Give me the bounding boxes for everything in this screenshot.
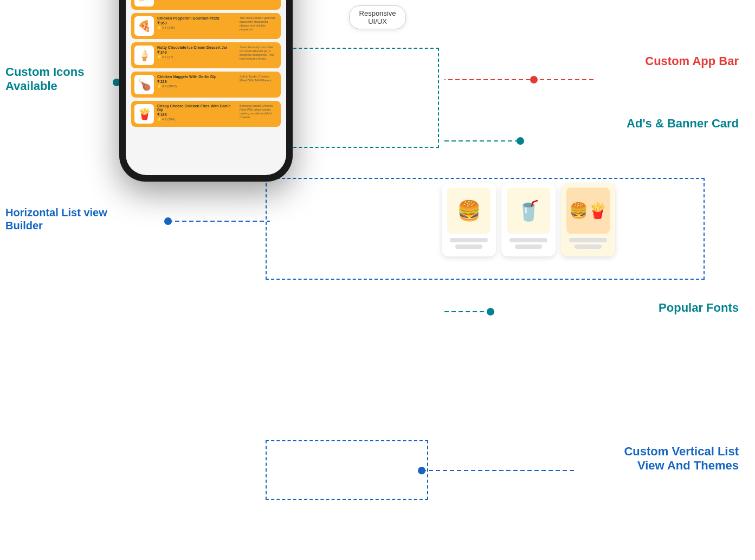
nuggets-name: Chicken Nuggets With Garlic Dip [157, 75, 236, 79]
icecream-desc: Savor the nutty chocolate ice cream dess… [240, 46, 278, 61]
annotation-ads-banner: Ad's & Banner Card [627, 117, 739, 131]
svg-point-4 [517, 137, 524, 145]
phone-frame: 🔍 Your Logo 👤 Your Logo Fast·Food Tasty … [119, 0, 293, 182]
svg-point-10 [418, 467, 425, 474]
badge-line2: UI/UX [368, 17, 387, 25]
cfries-name: Crispy Cheese Chicken Fries With Garlic … [157, 104, 236, 112]
ext-item-burger[interactable]: 🍔 [442, 183, 496, 256]
ext-burger-img: 🍔 [447, 188, 491, 234]
nuggets-price: ₹ 219 [157, 80, 236, 84]
ext-combo-text2 [575, 244, 602, 249]
momo-img: 🥟 [134, 0, 154, 7]
svg-point-8 [487, 308, 494, 316]
ext-combo-img: 🍔🍟 [566, 188, 610, 234]
pizza-price: ₹ 369 [157, 21, 236, 25]
cfries-desc: Boneless tender Chicken Fries With crisp… [240, 104, 278, 120]
ext-drink-text2 [515, 244, 542, 249]
pizza-desc: The classic Italian gourmet pizza with M… [240, 16, 278, 32]
pizza-name: Chicken Pepperoni Gourmet-Pizza [157, 16, 236, 20]
extended-hlist: 🍔 🥤 🍔🍟 [442, 183, 615, 256]
cfries-info: Crispy Cheese Chicken Fries With Garlic … [157, 104, 236, 121]
nuggets-rating: ⭐ 4.7 (1022) [157, 84, 236, 88]
responsive-badge: Responsive UI/UX [349, 5, 406, 29]
food-item-cfries[interactable]: 🍟 Crispy Cheese Chicken Fries With Garli… [131, 101, 281, 127]
pizza-food-img: 🍕 [134, 16, 154, 36]
nuggets-info: Chicken Nuggets With Garlic Dip ₹ 219 ⭐ … [157, 75, 236, 88]
nuggets-desc: Soft & Tender Chicken Mixed With Mild Fl… [240, 75, 278, 82]
icecream-rating: ⭐ 4.7 (27) [157, 55, 236, 59]
icecream-name: Nutty Chocolate Ice Cream Dessert Jar [157, 46, 236, 49]
food-item-icecream[interactable]: 🍦 Nutty Chocolate Ice Cream Dessert Jar … [131, 42, 281, 68]
dashed-box-vlist [266, 440, 428, 500]
ext-drink-text1 [509, 238, 547, 242]
icecream-price: ₹ 248 [157, 50, 236, 55]
phone-container: 🔍 Your Logo 👤 Your Logo Fast·Food Tasty … [119, 0, 293, 276]
nuggets-img: 🍗 [134, 75, 154, 94]
ext-drink-img: 🥤 [507, 188, 550, 234]
food-list: 🥟 Chicken Steam Momo ₹ 125 ⭐ 4.7 (492) G… [126, 0, 286, 127]
annotation-popular-fonts: Popular Fonts [659, 301, 739, 315]
badge-line1: Responsive [359, 9, 396, 17]
svg-point-1 [530, 76, 538, 83]
cfries-rating: ⭐ 4.7 (394) [157, 117, 236, 121]
food-item-pizza[interactable]: 🍕 Chicken Pepperoni Gourmet-Pizza ₹ 369 … [131, 13, 281, 39]
icecream-img: 🍦 [134, 46, 154, 65]
connector-app-bar [0, 0, 755, 560]
ext-burger-text2 [455, 244, 482, 249]
annotation-custom-vertical: Custom Vertical ListView And Themes [624, 445, 739, 473]
phone-screen: 🔍 Your Logo 👤 Your Logo Fast·Food Tasty … [126, 0, 286, 175]
food-item-nuggets[interactable]: 🍗 Chicken Nuggets With Garlic Dip ₹ 219 … [131, 72, 281, 98]
pizza-rating: ⭐ 4.7 (248) [157, 25, 236, 29]
food-item-momo[interactable]: 🥟 Chicken Steam Momo ₹ 125 ⭐ 4.7 (492) G… [131, 0, 281, 10]
cfries-price: ₹ 188 [157, 113, 236, 117]
cfries-img: 🍟 [134, 104, 154, 124]
ext-burger-text1 [450, 238, 488, 242]
annotation-custom-icons: Custom IconsAvailable [5, 65, 84, 94]
pizza-info: Chicken Pepperoni Gourmet-Pizza ₹ 369 ⭐ … [157, 16, 236, 29]
ext-item-drink[interactable]: 🥤 [501, 183, 556, 256]
icecream-info: Nutty Chocolate Ice Cream Dessert Jar ₹ … [157, 46, 236, 59]
annotation-custom-app-bar: Custom App Bar [645, 54, 739, 68]
ext-combo-text1 [569, 238, 607, 242]
ext-item-combo[interactable]: 🍔🍟 [561, 183, 615, 256]
annotation-horizontal-list: Horizontal List viewBuilder [5, 206, 107, 232]
